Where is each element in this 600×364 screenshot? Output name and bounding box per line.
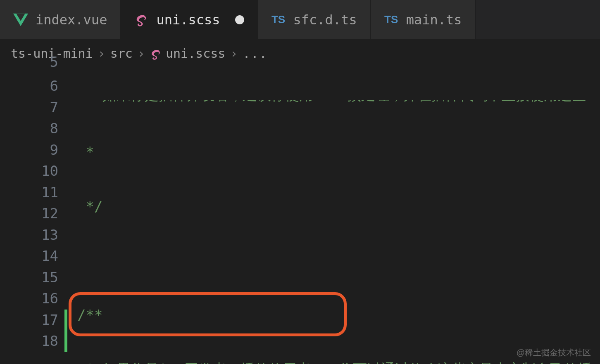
breadcrumb-item[interactable]: uni.scss bbox=[150, 46, 226, 61]
breadcrumb-item[interactable]: src bbox=[110, 46, 133, 61]
code-line: /** bbox=[64, 305, 600, 326]
watermark: @稀土掘金技术社区 bbox=[517, 347, 591, 358]
chevron-right-icon: › bbox=[97, 46, 106, 61]
chevron-right-icon: › bbox=[229, 46, 238, 61]
tab-bar: index.vue uni.scss TS sfc.d.ts TS main.t… bbox=[0, 0, 600, 39]
ts-icon: TS bbox=[271, 12, 286, 27]
code-line: */ bbox=[64, 196, 600, 217]
code-line: * bbox=[64, 142, 600, 163]
line-number: 10 bbox=[0, 161, 58, 182]
code-line: * 如果你是插件开发者，建议你使用scss预处理，并在插件代码中直接使用这些 bbox=[64, 100, 600, 109]
tab-main-ts[interactable]: TS main.ts bbox=[371, 0, 476, 39]
ts-icon: TS bbox=[384, 12, 399, 27]
scss-icon bbox=[134, 12, 149, 27]
vue-icon bbox=[13, 12, 28, 27]
breadcrumb: ts-uni-mini › src › uni.scss › ... bbox=[0, 39, 600, 67]
line-number: 15 bbox=[0, 267, 58, 288]
chevron-right-icon: › bbox=[137, 46, 146, 61]
tab-uni-scss[interactable]: uni.scss bbox=[121, 0, 257, 39]
tab-label: uni.scss bbox=[156, 12, 220, 28]
code-line bbox=[64, 250, 600, 272]
line-number: 13 bbox=[0, 225, 58, 246]
code-line: * 如果你是App开发者（插件使用者），你可以通过修改这些变量来定制自己的插 bbox=[64, 359, 600, 364]
tab-sfc-d-ts[interactable]: TS sfc.d.ts bbox=[258, 0, 371, 39]
line-number: 14 bbox=[0, 246, 58, 267]
line-number: 12 bbox=[0, 203, 58, 225]
line-number: 7 bbox=[0, 97, 58, 118]
line-number: 8 bbox=[0, 118, 58, 139]
code-area[interactable]: * 如果你是插件开发者，建议你使用scss预处理，并在插件代码中直接使用这些 *… bbox=[64, 67, 600, 364]
line-number: 18 bbox=[0, 331, 58, 352]
line-number: 9 bbox=[0, 139, 58, 161]
breadcrumb-ellipsis[interactable]: ... bbox=[243, 46, 267, 61]
tab-label: main.ts bbox=[406, 12, 462, 28]
code-editor[interactable]: 5 6 7 8 9 10 11 12 13 14 15 16 17 18 * 如… bbox=[0, 67, 600, 364]
tab-label: sfc.d.ts bbox=[293, 12, 357, 28]
tab-modified-dot bbox=[235, 15, 244, 24]
line-number: 6 bbox=[0, 76, 58, 97]
tab-index-vue[interactable]: index.vue bbox=[0, 0, 121, 39]
line-number: 17 bbox=[0, 310, 58, 331]
line-number: 16 bbox=[0, 288, 58, 310]
line-number-gutter: 5 6 7 8 9 10 11 12 13 14 15 16 17 18 bbox=[0, 67, 64, 364]
scss-icon bbox=[150, 47, 162, 59]
line-number: 11 bbox=[0, 182, 58, 203]
tab-label: index.vue bbox=[36, 12, 107, 28]
